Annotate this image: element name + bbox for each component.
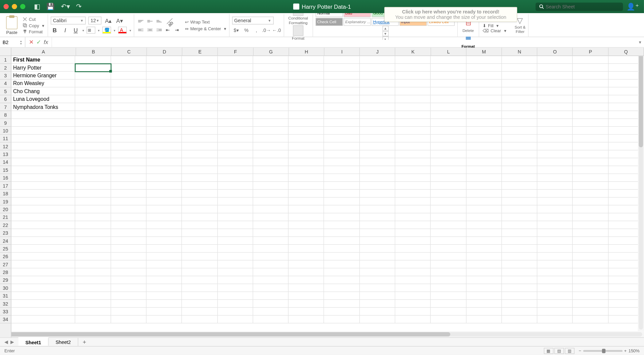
- cell-C16[interactable]: [111, 174, 147, 182]
- cell-B30[interactable]: [75, 284, 111, 292]
- cell-E13[interactable]: [182, 150, 218, 158]
- column-header-E[interactable]: E: [182, 48, 218, 55]
- cell-C22[interactable]: [111, 221, 147, 229]
- cell-F34[interactable]: [218, 316, 253, 323]
- cell-O24[interactable]: [537, 237, 573, 245]
- cell-H20[interactable]: [289, 205, 324, 213]
- align-bottom-button[interactable]: [155, 17, 163, 25]
- cell-M6[interactable]: [466, 95, 502, 103]
- cell-I4[interactable]: [324, 80, 360, 87]
- cell-F9[interactable]: [218, 119, 253, 127]
- cell-P29[interactable]: [573, 276, 608, 284]
- cell-J22[interactable]: [359, 221, 395, 229]
- cell-M31[interactable]: [466, 292, 502, 300]
- cell-C24[interactable]: [111, 237, 147, 245]
- cell-A7[interactable]: Nymphadora Tonks: [11, 103, 75, 111]
- cell-E4[interactable]: [182, 80, 218, 87]
- zoom-slider[interactable]: [583, 350, 622, 352]
- cell-C1[interactable]: [111, 56, 147, 64]
- cell-J34[interactable]: [359, 316, 395, 323]
- cell-M14[interactable]: [466, 158, 502, 166]
- cell-G13[interactable]: [253, 150, 289, 158]
- cell-A25[interactable]: [11, 245, 75, 252]
- cell-J5[interactable]: [359, 87, 395, 95]
- cell-E8[interactable]: [182, 111, 218, 119]
- cell-P34[interactable]: [573, 316, 608, 323]
- cell-F28[interactable]: [218, 268, 253, 276]
- cell-E21[interactable]: [182, 213, 218, 221]
- cell-D12[interactable]: [146, 143, 182, 150]
- cell-O29[interactable]: [537, 276, 573, 284]
- cell-E33[interactable]: [182, 308, 218, 315]
- row-header-19[interactable]: 19: [0, 198, 11, 205]
- zoom-out-button[interactable]: −: [579, 348, 581, 353]
- cell-N13[interactable]: [502, 150, 537, 158]
- cell-J19[interactable]: [359, 198, 395, 205]
- cell-F30[interactable]: [218, 284, 253, 292]
- cell-N23[interactable]: [502, 229, 537, 237]
- name-box[interactable]: B2 ▲▼: [0, 37, 25, 47]
- cell-N9[interactable]: [502, 119, 537, 127]
- minimize-window-button[interactable]: [12, 4, 17, 9]
- cell-G33[interactable]: [253, 308, 289, 315]
- cell-P5[interactable]: [573, 87, 608, 95]
- cell-A2[interactable]: Harry Potter: [11, 64, 75, 72]
- cell-H11[interactable]: [289, 134, 324, 142]
- cell-J33[interactable]: [359, 308, 395, 315]
- cell-B24[interactable]: [75, 237, 111, 245]
- cell-I30[interactable]: [324, 284, 360, 292]
- cell-F25[interactable]: [218, 245, 253, 252]
- decrease-font-icon[interactable]: A▾: [115, 17, 124, 24]
- maximize-window-button[interactable]: [20, 4, 26, 9]
- horizontal-scroll-thumb[interactable]: [2, 332, 450, 337]
- row-header-4[interactable]: 4: [0, 80, 11, 87]
- cell-H2[interactable]: [289, 64, 324, 72]
- cell-A28[interactable]: [11, 268, 75, 276]
- cell-D5[interactable]: [146, 87, 182, 95]
- cell-O28[interactable]: [537, 268, 573, 276]
- cell-I26[interactable]: [324, 252, 360, 260]
- cell-C23[interactable]: [111, 229, 147, 237]
- cancel-icon[interactable]: ✕: [29, 39, 34, 46]
- cell-N28[interactable]: [502, 268, 537, 276]
- cell-D30[interactable]: [146, 284, 182, 292]
- select-all-corner[interactable]: [0, 48, 11, 56]
- row-header-18[interactable]: 18: [0, 190, 11, 197]
- cell-F27[interactable]: [218, 261, 253, 268]
- row-header-9[interactable]: 9: [0, 119, 11, 127]
- cell-G22[interactable]: [253, 221, 289, 229]
- add-sheet-button[interactable]: +: [78, 339, 91, 346]
- cell-B5[interactable]: [75, 87, 111, 95]
- cell-O12[interactable]: [537, 143, 573, 150]
- cell-N18[interactable]: [502, 190, 537, 197]
- cell-N16[interactable]: [502, 174, 537, 182]
- cell-E17[interactable]: [182, 182, 218, 190]
- cell-L29[interactable]: [431, 276, 466, 284]
- cell-C11[interactable]: [111, 134, 147, 142]
- cell-N10[interactable]: [502, 127, 537, 134]
- cell-F19[interactable]: [218, 198, 253, 205]
- row-header-27[interactable]: 27: [0, 261, 11, 268]
- cell-P27[interactable]: [573, 261, 608, 268]
- underline-button[interactable]: U: [72, 26, 79, 34]
- cell-H31[interactable]: [289, 292, 324, 300]
- cell-I10[interactable]: [324, 127, 360, 134]
- cell-L8[interactable]: [431, 111, 466, 119]
- cell-L30[interactable]: [431, 284, 466, 292]
- font-color-button[interactable]: A: [118, 27, 127, 34]
- row-header-14[interactable]: 14: [0, 158, 11, 166]
- cell-F29[interactable]: [218, 276, 253, 284]
- cell-H34[interactable]: [289, 316, 324, 323]
- column-header-D[interactable]: D: [147, 48, 183, 55]
- row-header-12[interactable]: 12: [0, 143, 11, 150]
- cell-D13[interactable]: [146, 150, 182, 158]
- cell-G31[interactable]: [253, 292, 289, 300]
- cell-I24[interactable]: [324, 237, 360, 245]
- cell-L28[interactable]: [431, 268, 466, 276]
- copy-button[interactable]: Copy ▾: [22, 23, 45, 28]
- cell-I5[interactable]: [324, 87, 360, 95]
- cell-B29[interactable]: [75, 276, 111, 284]
- zoom-thumb[interactable]: [602, 349, 605, 353]
- cell-B17[interactable]: [75, 182, 111, 190]
- cell-C6[interactable]: [111, 95, 147, 103]
